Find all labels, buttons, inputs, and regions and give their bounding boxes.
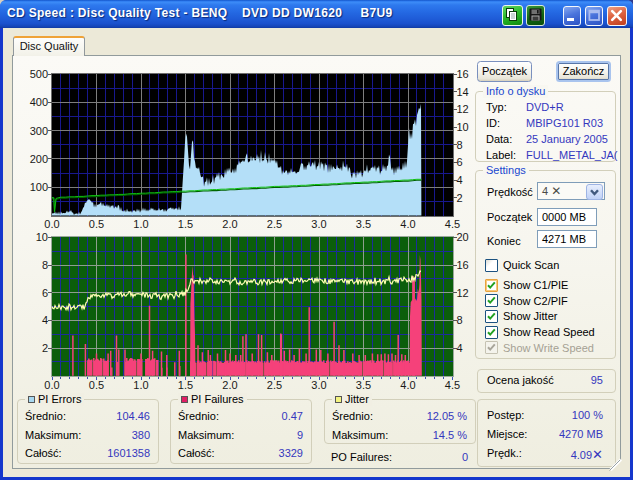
svg-text:8: 8 [457, 314, 463, 326]
svg-text:4.5: 4.5 [445, 218, 460, 230]
svg-text:0.0: 0.0 [44, 218, 59, 230]
svg-text:12: 12 [457, 287, 469, 299]
svg-text:6: 6 [457, 156, 463, 168]
svg-text:2.0: 2.0 [222, 218, 237, 230]
svg-text:1.0: 1.0 [133, 379, 148, 391]
svg-text:1.5: 1.5 [178, 218, 193, 230]
svg-text:2: 2 [457, 192, 463, 204]
svg-text:4: 4 [42, 314, 48, 326]
svg-text:10: 10 [36, 231, 48, 243]
svg-text:500: 500 [30, 68, 48, 80]
svg-text:4: 4 [457, 342, 463, 354]
svg-text:100: 100 [30, 181, 48, 193]
svg-text:2.5: 2.5 [267, 379, 282, 391]
svg-text:8: 8 [42, 259, 48, 271]
svg-text:8: 8 [457, 139, 463, 151]
svg-text:1.0: 1.0 [133, 218, 148, 230]
svg-text:12: 12 [457, 103, 469, 115]
svg-text:0.0: 0.0 [44, 379, 59, 391]
svg-text:4: 4 [457, 174, 463, 186]
svg-text:0.5: 0.5 [89, 218, 104, 230]
svg-text:3.0: 3.0 [311, 379, 326, 391]
svg-text:3.5: 3.5 [356, 218, 371, 230]
svg-text:200: 200 [30, 153, 48, 165]
svg-text:4.0: 4.0 [400, 218, 415, 230]
svg-text:6: 6 [42, 287, 48, 299]
svg-text:20: 20 [457, 231, 469, 243]
svg-text:400: 400 [30, 96, 48, 108]
svg-text:4.5: 4.5 [445, 379, 460, 391]
svg-text:300: 300 [30, 125, 48, 137]
svg-text:2: 2 [42, 342, 48, 354]
svg-text:0.5: 0.5 [89, 379, 104, 391]
svg-text:3.0: 3.0 [311, 218, 326, 230]
svg-text:1.5: 1.5 [178, 379, 193, 391]
svg-text:3.5: 3.5 [356, 379, 371, 391]
svg-text:4.0: 4.0 [400, 379, 415, 391]
svg-text:10: 10 [457, 121, 469, 133]
svg-text:2.5: 2.5 [267, 218, 282, 230]
svg-text:16: 16 [457, 68, 469, 80]
svg-text:16: 16 [457, 259, 469, 271]
svg-text:14: 14 [457, 86, 469, 98]
svg-text:2.0: 2.0 [222, 379, 237, 391]
